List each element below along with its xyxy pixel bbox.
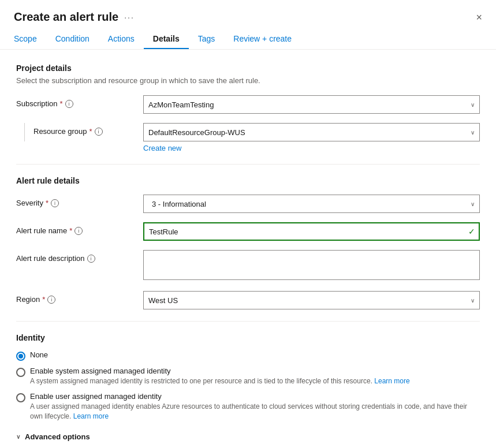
dialog-title-ellipsis: ··· [124, 13, 135, 22]
identity-title: Identity [16, 333, 480, 342]
alert-rule-desc-label: Alert rule description i [16, 250, 143, 263]
region-chevron-icon: ∨ [471, 297, 475, 304]
region-select[interactable]: West US ∨ [143, 291, 480, 309]
region-label: Region * i [16, 291, 143, 304]
severity-label: Severity * i [16, 195, 143, 207]
identity-none-option: None [16, 350, 480, 361]
tab-details[interactable]: Details [144, 29, 189, 49]
subscription-value: AzMonTeamTesting [148, 100, 214, 109]
advanced-options-toggle[interactable]: ∨ Advanced options [16, 432, 480, 441]
close-button[interactable]: × [476, 12, 482, 23]
region-value: West US [148, 296, 178, 305]
identity-none-radio[interactable] [16, 352, 25, 361]
region-control: West US ∨ [143, 291, 480, 309]
identity-user-learn-more-link[interactable]: Learn more [73, 412, 109, 420]
alert-rule-details-section: Alert rule details Severity * i 3 - Info… [16, 176, 480, 309]
subscription-group: Subscription * i AzMonTeamTesting ∨ [16, 95, 480, 114]
identity-system-option: Enable system assigned managed identity … [16, 367, 480, 386]
alert-rule-name-label: Alert rule name * i [16, 222, 143, 235]
severity-group: Severity * i 3 - Informational ∨ [16, 195, 480, 213]
severity-select-wrapper: 3 - Informational ∨ [143, 195, 480, 213]
identity-user-radio[interactable] [16, 393, 25, 402]
alert-rule-name-required: * [69, 226, 72, 235]
alert-rule-name-info-icon: i [74, 227, 83, 235]
divider-1 [16, 164, 480, 165]
dialog-title-text: Create an alert rule [14, 10, 118, 24]
dialog-header: Create an alert rule ··· × [0, 0, 496, 29]
severity-value: 3 - Informational [152, 200, 206, 208]
identity-system-label-wrapper: Enable system assigned managed identity … [30, 367, 410, 386]
identity-user-label-wrapper: Enable user assigned managed identity A … [30, 392, 480, 421]
severity-control: 3 - Informational ∨ [143, 195, 480, 213]
identity-system-desc: A system assigned managed identity is re… [30, 376, 410, 386]
alert-rule-details-title: Alert rule details [16, 176, 480, 185]
resource-group-control: DefaultResourceGroup-WUS ∨ Create new [143, 123, 480, 152]
alert-rule-name-input[interactable] [143, 222, 480, 241]
project-details-desc: Select the subscription and resource gro… [16, 76, 480, 85]
severity-info-icon: i [51, 199, 59, 207]
alert-rule-desc-info-icon: i [87, 255, 95, 263]
create-new-link[interactable]: Create new [143, 144, 480, 152]
alert-rule-name-control: ✓ [143, 222, 480, 241]
resource-group-label: Resource group * i [33, 123, 143, 136]
subscription-chevron-icon: ∨ [471, 102, 475, 108]
severity-required: * [46, 199, 49, 207]
region-group: Region * i West US ∨ [16, 291, 480, 309]
alert-rule-name-input-wrapper: ✓ [143, 222, 480, 241]
resource-group-required: * [89, 127, 92, 136]
tab-condition[interactable]: Condition [46, 29, 99, 49]
alert-rule-name-check-icon: ✓ [468, 227, 475, 236]
divider-2 [16, 321, 480, 322]
subscription-required: * [60, 99, 63, 108]
alert-rule-desc-input[interactable] [143, 250, 480, 280]
project-details-title: Project details [16, 64, 480, 73]
advanced-options-chevron-icon: ∨ [16, 434, 20, 440]
subscription-control: AzMonTeamTesting ∨ [143, 95, 480, 114]
tab-scope[interactable]: Scope [14, 29, 46, 49]
sub-line [24, 123, 25, 141]
region-info-icon: i [47, 296, 55, 304]
identity-system-learn-more-link[interactable]: Learn more [374, 377, 409, 385]
identity-section: Identity None Enable system assigned man… [16, 333, 480, 421]
subscription-info-icon: i [65, 100, 73, 108]
identity-none-label-wrapper: None [30, 350, 48, 359]
subscription-select[interactable]: AzMonTeamTesting ∨ [143, 95, 480, 114]
region-required: * [42, 295, 45, 304]
tab-actions[interactable]: Actions [99, 29, 144, 49]
tab-tags[interactable]: Tags [189, 29, 225, 49]
severity-chevron-icon: ∨ [471, 201, 475, 207]
content-area: Project details Select the subscription … [0, 50, 496, 448]
resource-group-value: DefaultResourceGroup-WUS [148, 128, 245, 137]
sub-indent [16, 123, 33, 141]
resource-group-chevron-icon: ∨ [471, 129, 475, 136]
alert-rule-desc-group: Alert rule description i [16, 250, 480, 282]
tab-review-create[interactable]: Review + create [224, 29, 301, 49]
identity-user-option: Enable user assigned managed identity A … [16, 392, 480, 421]
identity-user-desc: A user assigned managed identity enables… [30, 402, 480, 421]
dialog-title: Create an alert rule ··· [14, 10, 135, 24]
subscription-label: Subscription * i [16, 95, 143, 108]
project-details-section: Project details Select the subscription … [16, 64, 480, 152]
create-alert-rule-dialog: Create an alert rule ··· × Scope Conditi… [0, 0, 496, 448]
identity-system-label: Enable system assigned managed identity [30, 367, 410, 375]
identity-system-radio[interactable] [16, 368, 25, 377]
nav-tabs: Scope Condition Actions Details Tags Rev… [0, 29, 496, 50]
severity-select[interactable]: 3 - Informational ∨ [143, 195, 480, 213]
alert-rule-name-group: Alert rule name * i ✓ [16, 222, 480, 241]
resource-group-select[interactable]: DefaultResourceGroup-WUS ∨ [143, 123, 480, 141]
identity-radio-group: None Enable system assigned managed iden… [16, 350, 480, 421]
identity-user-label: Enable user assigned managed identity [30, 392, 480, 401]
identity-none-label: None [30, 350, 48, 359]
alert-rule-desc-control [143, 250, 480, 282]
resource-group-group: Resource group * i DefaultResourceGroup-… [16, 123, 480, 152]
resource-group-info-icon: i [95, 128, 103, 136]
advanced-options-label: Advanced options [25, 432, 90, 441]
